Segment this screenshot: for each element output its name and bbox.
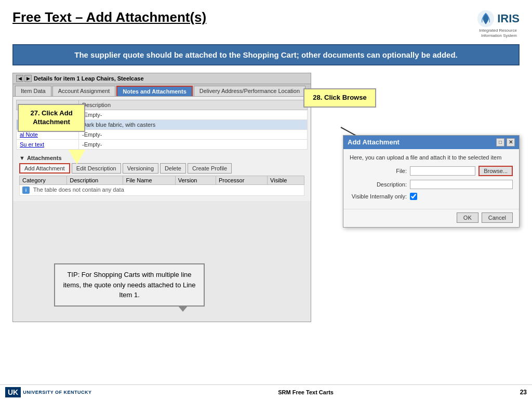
sap-nav-arrows: ◀ ▶ <box>16 75 32 82</box>
university-text: University of Kentucky <box>23 390 91 395</box>
sap-window-titlebar: ◀ ▶ Details for item 1 Leap Chairs, Stee… <box>13 73 311 84</box>
tab-notes-attachments[interactable]: Notes and Attachments <box>116 86 192 96</box>
row-label: Su er text <box>17 139 79 149</box>
versioning-button[interactable]: Versioning <box>123 163 158 174</box>
callout-27-arrow <box>69 150 85 164</box>
description-label: Description: <box>350 181 407 188</box>
col-category: Category <box>20 176 67 184</box>
dialog-controls: □ ✕ <box>496 138 515 147</box>
content-area: ◀ ▶ Details for item 1 Leap Chairs, Stee… <box>12 73 520 322</box>
col-visible: Visible <box>268 176 304 184</box>
add-attachment-dialog: Add Attachment □ ✕ Here, you can upload … <box>343 135 520 228</box>
table-row: i The table does not contain any data <box>20 184 304 195</box>
row-link-3[interactable]: al Note <box>20 131 38 138</box>
iris-logo-icon <box>476 9 495 28</box>
empty-msg: i The table does not contain any data <box>20 184 304 195</box>
tab-delivery-address[interactable]: Delivery Address/Performance Location <box>194 86 305 96</box>
footer-page-number: 23 <box>520 389 527 396</box>
create-profile-button[interactable]: Create Profile <box>188 163 232 174</box>
col-processor: Processor <box>216 176 267 184</box>
col-description-header: Description <box>79 100 308 110</box>
collapse-arrow[interactable]: ▼ <box>19 155 25 161</box>
tip-box-corner <box>178 305 188 312</box>
file-label: File: <box>350 168 407 174</box>
browse-button[interactable]: Browse... <box>478 166 513 176</box>
visible-field-row: Visible Internally only: <box>350 193 513 200</box>
nav-back-arrow[interactable]: ◀ <box>16 75 23 82</box>
col-version: Version <box>175 176 216 184</box>
tab-item-data[interactable]: Item Data <box>15 86 51 96</box>
dialog-description: Here, you can upload a file and attach i… <box>350 154 513 161</box>
dialog-footer: OK Cancel <box>343 209 519 227</box>
dialog-close-button[interactable]: ✕ <box>507 138 515 147</box>
row-value-4: -Empty- <box>79 139 308 149</box>
dialog-minimize-button[interactable]: □ <box>496 138 504 147</box>
row-value-1: -Empty- <box>79 110 308 119</box>
row-value-3: -Empty- <box>79 129 308 139</box>
attachments-header: ▼ Attachments <box>19 155 304 161</box>
info-icon: i <box>22 187 30 194</box>
edit-description-button[interactable]: Edit Description <box>72 163 121 174</box>
tab-account-assignment[interactable]: Account Assignment <box>52 86 116 96</box>
add-attachment-button[interactable]: Add Attachment <box>19 163 70 174</box>
callout-27: 27. Click Add Attachment <box>18 104 85 132</box>
header-row: Free Text – Add Attachment(s) IRIS Integ… <box>12 9 520 39</box>
attachments-toolbar: Add Attachment Edit Description Versioni… <box>19 163 304 174</box>
ok-button[interactable]: OK <box>457 212 478 223</box>
iris-text: IRIS <box>497 12 520 25</box>
nav-forward-arrow[interactable]: ▶ <box>24 75 32 82</box>
sap-window-title: Details for item 1 Leap Chairs, Steelcas… <box>34 75 144 82</box>
uk-box: UK <box>5 387 21 397</box>
iris-subtext: Integrated ResourceInformation System <box>479 28 517 39</box>
attachments-section: ▼ Attachments Add Attachment Edit Descri… <box>16 153 308 198</box>
footer-center-text: SRM Free Text Carts <box>278 389 334 395</box>
col-description: Description <box>67 176 123 184</box>
dialog-body: Here, you can upload a file and attach i… <box>343 149 519 209</box>
col-filename: File Name <box>123 176 175 184</box>
row-value-2: Dark blue fabric, with casters <box>79 119 308 129</box>
page: Free Text – Add Attachment(s) IRIS Integ… <box>0 0 532 399</box>
tip-box: TIP: For Shopping Carts with multiple li… <box>54 263 205 307</box>
description-field-row: Description: <box>350 180 513 189</box>
table-row: Su er text -Empty- <box>17 139 308 149</box>
description-input[interactable] <box>410 180 513 189</box>
footer: UK University of Kentucky SRM Free Text … <box>0 384 532 399</box>
page-title: Free Text – Add Attachment(s) <box>12 9 206 25</box>
cancel-button[interactable]: Cancel <box>482 212 513 223</box>
visible-label: Visible Internally only: <box>350 193 407 200</box>
delete-button[interactable]: Delete <box>160 163 186 174</box>
sap-tabs: Item Data Account Assignment Notes and A… <box>13 84 311 97</box>
iris-logo: IRIS Integrated ResourceInformation Syst… <box>476 9 520 39</box>
dialog-title: Add Attachment <box>348 138 400 146</box>
visible-checkbox[interactable] <box>410 193 417 200</box>
row-link-4[interactable]: Su er text <box>20 141 44 148</box>
file-field-row: File: Browse... <box>350 166 513 176</box>
dialog-titlebar: Add Attachment □ ✕ <box>343 136 519 149</box>
file-input[interactable] <box>410 166 475 176</box>
banner: The supplier quote should be attached to… <box>12 44 520 65</box>
uk-logo: UK University of Kentucky <box>5 387 92 397</box>
attachments-table: Category Description File Name Version P… <box>19 176 304 196</box>
callout-28: 28. Click Browse <box>303 88 376 108</box>
